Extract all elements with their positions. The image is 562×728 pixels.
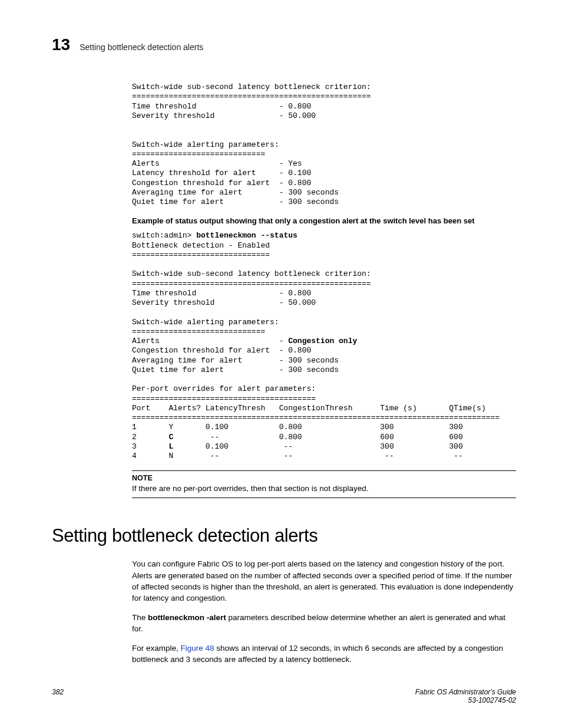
table-header: Port Alerts? LatencyThresh CongestionThr… (132, 404, 486, 413)
line: ========================================… (132, 413, 500, 422)
note-text: If there are no per-port overrides, then… (132, 483, 516, 494)
table-row: 4 N -- -- -- -- (132, 452, 463, 460)
running-title: Setting bottleneck detection alerts (80, 42, 203, 52)
note-block: NOTE If there are no per-port overrides,… (132, 470, 516, 498)
alerts-value: Congestion only (288, 337, 357, 345)
note-label: NOTE (132, 473, 516, 483)
line: ======================================== (132, 394, 316, 403)
table-row-suffix: -- 0.800 600 600 (173, 433, 462, 442)
line: Averaging time for alert - 300 seconds (132, 356, 339, 365)
line: Alerts - Yes (132, 159, 302, 168)
line: Switch-wide alerting parameters: (132, 140, 279, 149)
line: Switch-wide sub-second latency bottlenec… (132, 83, 371, 91)
line: Switch-wide alerting parameters: (132, 318, 279, 327)
line: Severity threshold - 50.000 (132, 298, 316, 307)
table-row-suffix: 0.100 -- 300 300 (173, 442, 462, 451)
line: ============================= (132, 327, 265, 336)
content-block-2: You can configure Fabric OS to log per-p… (132, 558, 516, 665)
table-row-prefix: 3 (132, 442, 168, 451)
content-block-1: Switch-wide sub-second latency bottlenec… (132, 83, 516, 498)
page: 13 Setting bottleneck detection alerts S… (0, 0, 562, 728)
line: Latency threshold for alert - 0.100 (132, 169, 311, 177)
line: ========================================… (132, 92, 371, 101)
line: Congestion threshold for alert - 0.800 (132, 346, 311, 355)
table-row: 1 Y 0.100 0.800 300 300 (132, 423, 463, 431)
cli-output-1: Switch-wide sub-second latency bottlenec… (132, 83, 516, 207)
line: Quiet time for alert - 300 seconds (132, 197, 339, 206)
line: Averaging time for alert - 300 seconds (132, 188, 339, 197)
footer-right: Fabric OS Administrator's Guide 53-10027… (415, 688, 516, 704)
page-header: 13 Setting bottleneck detection alerts (52, 35, 516, 54)
line: ========================================… (132, 279, 371, 288)
section-heading: Setting bottleneck detection alerts (52, 525, 516, 546)
text: For example, (132, 644, 181, 653)
guide-title: Fabric OS Administrator's Guide (415, 688, 516, 696)
paragraph: The bottleneckmon -alert parameters desc… (132, 612, 516, 634)
figure-reference-link[interactable]: Figure 48 (181, 644, 214, 653)
doc-id: 53-1002745-02 (415, 696, 516, 704)
line: Alerts - (132, 337, 288, 345)
line: ============================== (132, 251, 270, 259)
line: Severity threshold - 50.000 (132, 111, 316, 120)
page-footer: 382 Fabric OS Administrator's Guide 53-1… (52, 688, 516, 704)
line: Bottleneck detection - Enabled (132, 241, 270, 250)
paragraph: You can configure Fabric OS to log per-p… (132, 558, 516, 604)
page-number: 382 (52, 688, 64, 704)
command: bottleneckmon --status (196, 231, 297, 240)
command-name: bottleneckmon -alert (148, 613, 226, 622)
table-row-prefix: 2 (132, 433, 168, 442)
line: ============================= (132, 150, 265, 159)
line: Switch-wide sub-second latency bottlenec… (132, 269, 371, 278)
line: Time threshold - 0.800 (132, 289, 311, 298)
line: Quiet time for alert - 300 seconds (132, 365, 339, 374)
example-caption: Example of status output showing that on… (132, 216, 516, 225)
line: Per-port overrides for alert parameters: (132, 384, 316, 393)
chapter-number: 13 (52, 35, 70, 54)
line: Time threshold - 0.800 (132, 102, 311, 111)
prompt: switch:admin> (132, 231, 196, 240)
text: The (132, 613, 148, 622)
cli-output-2: switch:admin> bottleneckmon --status Bot… (132, 231, 516, 461)
line: Congestion threshold for alert - 0.800 (132, 179, 311, 187)
paragraph: For example, Figure 48 shows an interval… (132, 643, 516, 665)
